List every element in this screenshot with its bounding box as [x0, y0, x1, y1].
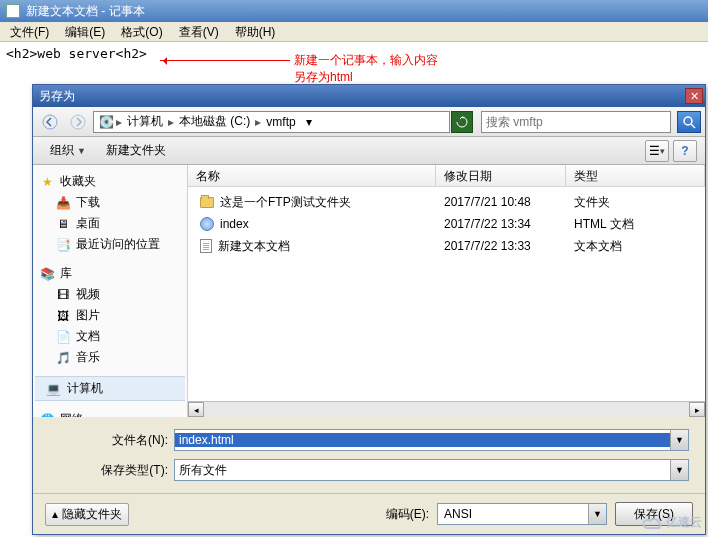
- html-icon: [200, 217, 214, 231]
- file-type: 文本文档: [566, 238, 705, 255]
- file-date: 2017/7/21 10:48: [436, 195, 566, 209]
- sidebar-item-recent[interactable]: 📑最近访问的位置: [35, 234, 185, 255]
- notepad-textarea[interactable]: <h2>web server<h2>: [0, 42, 708, 60]
- download-icon: 📥: [55, 195, 71, 211]
- saveas-title-text: 另存为: [39, 88, 75, 105]
- column-type[interactable]: 类型: [566, 165, 705, 186]
- filetype-dropdown[interactable]: ▼: [670, 460, 688, 480]
- sidebar-item-computer[interactable]: 💻计算机: [35, 376, 185, 401]
- filename-label: 文件名(N):: [93, 432, 168, 449]
- organize-button[interactable]: 组织▼: [41, 139, 95, 162]
- desktop-icon: 🖥: [55, 216, 71, 232]
- encoding-combo[interactable]: ANSI ▼: [437, 503, 607, 525]
- sidebar: ★收藏夹 📥下载 🖥桌面 📑最近访问的位置 📚库 🎞视频 🖼图片 📄文档 🎵音乐…: [33, 165, 188, 417]
- document-icon: 📄: [55, 329, 71, 345]
- video-icon: 🎞: [55, 287, 71, 303]
- file-name: index: [220, 217, 249, 231]
- filetype-combo[interactable]: 所有文件 ▼: [174, 459, 689, 481]
- file-row[interactable]: 新建文本文档2017/7/22 13:33文本文档: [188, 235, 705, 257]
- breadcrumb[interactable]: 💽 ▸ 计算机 ▸ 本地磁盘 (C:) ▸ vmftp ▾: [93, 111, 450, 133]
- file-name: 新建文本文档: [218, 238, 290, 255]
- nav-toolbar: 💽 ▸ 计算机 ▸ 本地磁盘 (C:) ▸ vmftp ▾: [33, 107, 705, 137]
- library-icon: 📚: [39, 266, 55, 282]
- save-as-dialog: 另存为 ✕ 💽 ▸ 计算机 ▸ 本地磁盘 (C:) ▸ vmftp ▾: [32, 84, 706, 535]
- sidebar-item-music[interactable]: 🎵音乐: [35, 347, 185, 368]
- menu-format[interactable]: 格式(O): [115, 24, 168, 39]
- filename-dropdown[interactable]: ▼: [670, 430, 688, 450]
- sidebar-item-videos[interactable]: 🎞视频: [35, 284, 185, 305]
- sidebar-item-documents[interactable]: 📄文档: [35, 326, 185, 347]
- star-icon: ★: [39, 174, 55, 190]
- sidebar-item-pictures[interactable]: 🖼图片: [35, 305, 185, 326]
- search-input[interactable]: [482, 115, 670, 129]
- breadcrumb-dropdown[interactable]: ▾: [301, 112, 317, 132]
- back-icon: [42, 114, 58, 130]
- sidebar-item-downloads[interactable]: 📥下载: [35, 192, 185, 213]
- filename-input[interactable]: [175, 433, 670, 447]
- notepad-title-text: 新建文本文档 - 记事本: [26, 3, 145, 20]
- refresh-button[interactable]: [451, 111, 473, 133]
- text-icon: [200, 239, 212, 253]
- watermark: 亿速云: [642, 514, 702, 531]
- annotation-arrow-1: [160, 60, 290, 61]
- menu-help[interactable]: 帮助(H): [229, 24, 282, 39]
- horizontal-scrollbar[interactable]: ◂ ▸: [188, 401, 705, 417]
- back-button[interactable]: [37, 110, 63, 134]
- sidebar-item-desktop[interactable]: 🖥桌面: [35, 213, 185, 234]
- menu-view[interactable]: 查看(V): [173, 24, 225, 39]
- filename-combo[interactable]: ▼: [174, 429, 689, 451]
- menu-file[interactable]: 文件(F): [4, 24, 55, 39]
- close-button[interactable]: ✕: [685, 88, 703, 104]
- scroll-left-button[interactable]: ◂: [188, 402, 204, 417]
- chevron-up-icon: ▴: [52, 507, 58, 521]
- recent-icon: 📑: [55, 237, 71, 253]
- encoding-dropdown[interactable]: ▼: [588, 504, 606, 524]
- scroll-right-button[interactable]: ▸: [689, 402, 705, 417]
- sidebar-item-network[interactable]: 🌐网络: [35, 409, 185, 417]
- file-date: 2017/7/22 13:33: [436, 239, 566, 253]
- picture-icon: 🖼: [55, 308, 71, 324]
- file-list: 名称 修改日期 类型 这是一个FTP测试文件夹2017/7/21 10:48文件…: [188, 165, 705, 417]
- sidebar-libraries[interactable]: 📚库: [35, 263, 185, 284]
- view-options-button[interactable]: ☰▾: [645, 140, 669, 162]
- file-row[interactable]: index2017/7/22 13:34HTML 文档: [188, 213, 705, 235]
- saveas-titlebar[interactable]: 另存为 ✕: [33, 85, 705, 107]
- new-folder-button[interactable]: 新建文件夹: [97, 139, 175, 162]
- search-icon: [682, 115, 696, 129]
- menu-edit[interactable]: 编辑(E): [59, 24, 111, 39]
- column-date[interactable]: 修改日期: [436, 165, 566, 186]
- view-icon: ☰: [649, 144, 660, 158]
- drive-icon: 💽: [98, 114, 114, 130]
- svg-point-2: [684, 117, 692, 125]
- breadcrumb-drive[interactable]: 本地磁盘 (C:): [176, 113, 253, 130]
- file-name: 这是一个FTP测试文件夹: [220, 194, 351, 211]
- encoding-value: ANSI: [438, 507, 588, 521]
- svg-line-3: [691, 124, 695, 128]
- search-button[interactable]: [677, 111, 701, 133]
- search-box[interactable]: [481, 111, 671, 133]
- toolbar: 组织▼ 新建文件夹 ☰▾ ?: [33, 137, 705, 165]
- notepad-menubar: 文件(F) 编辑(E) 格式(O) 查看(V) 帮助(H): [0, 22, 708, 42]
- cloud-icon: [642, 516, 664, 530]
- file-type: 文件夹: [566, 194, 705, 211]
- notepad-titlebar: 新建文本文档 - 记事本: [0, 0, 708, 22]
- filetype-value: 所有文件: [175, 462, 670, 479]
- column-name[interactable]: 名称: [188, 165, 436, 186]
- forward-icon: [70, 114, 86, 130]
- hide-folders-button[interactable]: ▴ 隐藏文件夹: [45, 503, 129, 526]
- sidebar-favorites[interactable]: ★收藏夹: [35, 171, 185, 192]
- file-type: HTML 文档: [566, 216, 705, 233]
- folder-icon: [200, 197, 214, 208]
- music-icon: 🎵: [55, 350, 71, 366]
- forward-button[interactable]: [65, 110, 91, 134]
- filename-fields: 文件名(N): ▼ 保存类型(T): 所有文件 ▼: [33, 417, 705, 493]
- breadcrumb-computer[interactable]: 计算机: [124, 113, 166, 130]
- file-row[interactable]: 这是一个FTP测试文件夹2017/7/21 10:48文件夹: [188, 191, 705, 213]
- breadcrumb-folder[interactable]: vmftp: [263, 115, 298, 129]
- refresh-icon: [456, 116, 468, 128]
- help-icon: ?: [681, 144, 688, 158]
- dialog-footer: ▴ 隐藏文件夹 编码(E): ANSI ▼ 保存(S): [33, 493, 705, 534]
- svg-point-0: [43, 115, 57, 129]
- help-button[interactable]: ?: [673, 140, 697, 162]
- encoding-label: 编码(E):: [386, 506, 429, 523]
